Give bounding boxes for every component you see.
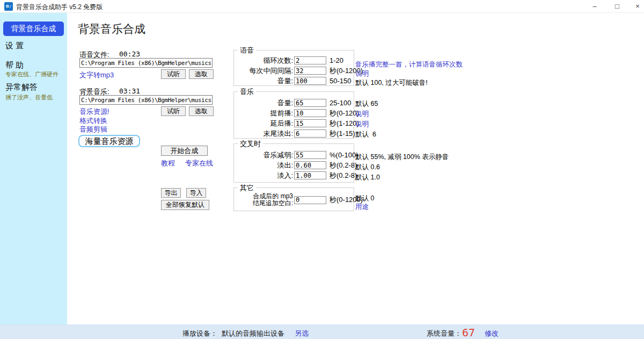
bgm-file-path-input[interactable] <box>79 95 213 105</box>
sidebar-item-bgm-synthesis[interactable]: 背景音乐合成 <box>3 21 64 36</box>
export-button[interactable]: 导出 <box>161 188 181 198</box>
append-silence-input[interactable] <box>294 196 326 204</box>
fadeout-input[interactable] <box>294 161 326 169</box>
loop-count-input[interactable] <box>294 56 326 64</box>
music-attenuate-range: %(0-100) <box>330 151 358 159</box>
close-button[interactable]: × <box>627 0 644 13</box>
expert-online-link[interactable]: 专家在线 <box>185 158 213 168</box>
maximize-button[interactable]: □ <box>606 0 628 13</box>
fadein-input[interactable] <box>294 171 326 179</box>
play-ahead-range: 秒(0-120) <box>330 109 359 118</box>
bgm-preview-button[interactable]: 试听 <box>161 106 186 116</box>
app-icon: B♪ <box>4 2 13 11</box>
fadeout-label: 淡出: <box>234 161 293 170</box>
voice-volume-label: 音量: <box>234 76 293 86</box>
append-silence-row: 合成后的 mp3结尾追加空白: 秒(0-1200) <box>234 192 354 207</box>
group-crossfade: 交叉时 音乐减弱: %(0-100) 淡出: 秒(0.2-8) 淡入: 秒(0.… <box>233 143 354 183</box>
voice-interval-row: 每次中间间隔: 秒(0-1200) <box>234 66 354 76</box>
group-music-title: 音乐 <box>238 87 256 97</box>
music-resource-link[interactable]: 音乐资源! <box>79 107 109 117</box>
voice-volume-row: 音量: 50-150 <box>234 76 354 86</box>
tail-fadeout-label: 末尾淡出: <box>234 129 293 139</box>
music-volume-input[interactable] <box>294 99 326 107</box>
voice-interval-help-link[interactable]: 说明 <box>355 69 369 78</box>
music-attenuate-row: 音乐减弱: %(0-100) <box>234 150 354 160</box>
reset-all-button[interactable]: 全部恢复默认 <box>161 200 209 210</box>
voice-loop-hint-link[interactable]: 音乐播完整一首，计算语音循环次数 <box>355 60 463 69</box>
interval-input[interactable] <box>294 67 326 75</box>
massive-music-resource-button[interactable]: 海量音乐资源 <box>78 135 140 147</box>
bgm-select-button[interactable]: 选取 <box>189 106 214 116</box>
voice-volume-range: 50-150 <box>330 77 351 85</box>
play-ahead-help-link[interactable]: 说明 <box>355 110 369 119</box>
playback-device-label: 播放设备： <box>182 329 217 338</box>
music-attenuate-input[interactable] <box>294 151 326 159</box>
sidebar-item-settings[interactable]: 设 置 <box>5 41 24 51</box>
usage-link[interactable]: 用途 <box>355 203 369 212</box>
status-bar: 播放设备： 默认的音频输出设备 另选 系统音量： 67 修改 <box>0 324 644 339</box>
fadeout-range: 秒(0.2-8) <box>330 161 357 170</box>
play-after-range: 秒(1-120) <box>330 119 359 128</box>
group-other: 其它 合成后的 mp3结尾追加空白: 秒(0-1200) <box>233 187 354 211</box>
fadeout-row: 淡出: 秒(0.2-8) <box>234 160 354 170</box>
music-attenuate-label: 音乐减弱: <box>234 150 293 160</box>
voice-select-button[interactable]: 选取 <box>189 69 214 79</box>
voice-volume-default-note: 默认 100, 过大可能破音! <box>355 78 428 88</box>
minimize-button[interactable]: – <box>584 0 605 13</box>
modify-volume-link[interactable]: 修改 <box>485 329 499 338</box>
page-title: 背景音乐合成 <box>78 21 145 37</box>
play-after-label: 延后播: <box>234 119 293 128</box>
bgm-file-duration: 03:31 <box>119 87 140 95</box>
loop-count-label: 循环次数: <box>234 56 293 66</box>
import-button[interactable]: 导入 <box>186 188 206 198</box>
audio-edit-link[interactable]: 音频剪辑 <box>79 125 107 134</box>
loop-count-range: 1-20 <box>330 56 343 64</box>
play-after-row: 延后播: 秒(1-120) <box>234 118 354 128</box>
tutorial-link[interactable]: 教程 <box>161 158 175 168</box>
music-volume-label: 音量: <box>234 98 293 108</box>
append-silence-label-line2: 结尾追加空白: <box>253 199 293 207</box>
change-device-link[interactable]: 另选 <box>295 329 309 338</box>
play-ahead-input[interactable] <box>294 109 326 117</box>
fadein-range: 秒(0.2-8) <box>330 171 357 181</box>
tail-fadeout-input[interactable] <box>294 129 326 138</box>
group-music: 音乐 音量: 25-100 提前播: 秒(0-120) 延后播: 秒(1-120… <box>233 91 354 139</box>
group-voice: 语音 循环次数: 1-20 每次中间间隔: 秒(0-1200) 音量: 50-1… <box>233 50 354 86</box>
fadein-default-note: 默认 1.0 <box>355 173 380 182</box>
sidebar-item-help-subtitle: 专家在线、广播硬件 <box>5 70 58 78</box>
music-volume-range: 25-100 <box>330 99 351 107</box>
append-silence-label: 合成后的 mp3结尾追加空白: <box>234 193 293 207</box>
tail-fadeout-row: 末尾淡出: 秒(1-15) <box>234 128 354 139</box>
play-ahead-row: 提前播: 秒(0-120) <box>234 108 354 118</box>
append-silence-default-note: 默认 0 <box>355 194 374 203</box>
playback-device-value: 默认的音频输出设备 <box>222 329 284 338</box>
group-crossfade-title: 交叉时 <box>238 139 263 149</box>
window-title: 背景音乐合成助手 v5.2 免费版 <box>16 3 103 12</box>
title-bar: B♪ 背景音乐合成助手 v5.2 免费版 – □ × <box>0 0 644 13</box>
text-to-mp3-link[interactable]: 文字转mp3 <box>79 70 114 80</box>
sidebar: 背景音乐合成 设 置 帮 助 专家在线、广播硬件 异常解答 播了没声、音量低 <box>0 13 67 324</box>
tail-fadeout-default-note: 默认 6 <box>355 130 376 139</box>
attenuate-default-note: 默认 55%, 减弱 100% 表示静音 <box>355 153 449 162</box>
sidebar-item-faq[interactable]: 异常解答 <box>5 82 38 92</box>
tail-fadeout-range: 秒(1-15) <box>330 129 355 139</box>
group-other-title: 其它 <box>238 183 256 193</box>
sidebar-item-faq-subtitle: 播了没声、音量低 <box>5 93 53 102</box>
music-volume-default-note: 默认 65 <box>355 99 378 109</box>
play-ahead-label: 提前播: <box>234 109 293 118</box>
sidebar-item-help[interactable]: 帮 助 <box>5 60 24 70</box>
voice-file-path-input[interactable] <box>79 58 213 68</box>
system-volume-value: 67 <box>462 326 475 339</box>
voice-file-duration: 00:23 <box>119 50 140 58</box>
play-after-help-link[interactable]: 说明 <box>355 120 369 129</box>
voice-preview-button[interactable]: 试听 <box>161 69 186 79</box>
fadein-label: 淡入: <box>234 171 293 181</box>
voice-volume-input[interactable] <box>294 77 326 85</box>
interval-label: 每次中间间隔: <box>234 66 293 76</box>
system-volume-label: 系统音量： <box>427 329 462 338</box>
play-after-input[interactable] <box>294 119 326 127</box>
fadeout-default-note: 默认 0.6 <box>355 163 380 172</box>
voice-loop-row: 循环次数: 1-20 <box>234 55 354 66</box>
start-synthesis-button[interactable]: 开始合成 <box>161 146 208 156</box>
fadein-row: 淡入: 秒(0.2-8) <box>234 170 354 181</box>
